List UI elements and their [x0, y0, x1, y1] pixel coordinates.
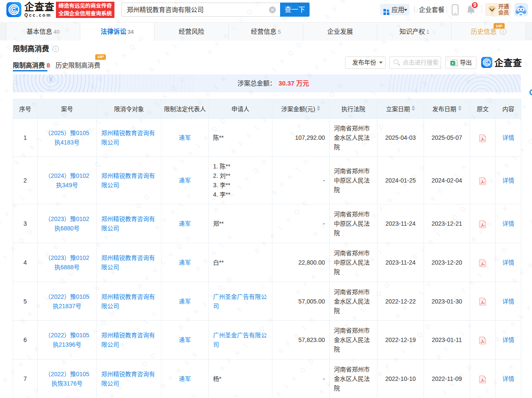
- svg-text:企查查: 企查查: [494, 58, 522, 68]
- svg-text:X: X: [451, 61, 454, 65]
